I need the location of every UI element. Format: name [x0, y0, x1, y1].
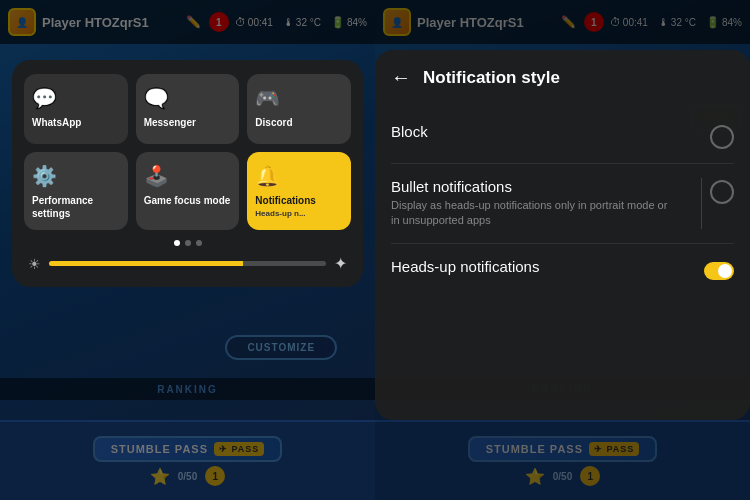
option-headsup-label: Heads-up notifications: [391, 258, 688, 275]
tile-performance[interactable]: ⚙️ Performance settings: [24, 152, 128, 230]
headsup-toggle[interactable]: [704, 262, 734, 280]
option-bullet-label: Bullet notifications: [391, 178, 677, 195]
tile-discord[interactable]: 🎮 Discord: [247, 74, 351, 144]
divider: [701, 178, 702, 229]
gamepad-icon: 🕹️: [144, 164, 169, 188]
option-block[interactable]: Block: [391, 109, 734, 164]
tile-notif-sublabel: Heads-up n...: [255, 209, 305, 218]
brightness-high-icon: ✦: [334, 254, 347, 273]
option-bullet[interactable]: Bullet notifications Display as heads-up…: [391, 164, 734, 244]
whatsapp-icon: 💬: [32, 86, 57, 110]
left-panel: 👤 Player HTOZqrS1 ✏️ 1 ⏱ 00:41 🌡 32 °C 🔋…: [0, 0, 375, 500]
discord-icon: 🎮: [255, 86, 280, 110]
quick-grid: 💬 WhatsApp 🗨️ Messenger 🎮 Discord ⚙️ Per…: [24, 74, 351, 230]
option-bullet-text: Bullet notifications Display as heads-up…: [391, 178, 693, 229]
notif-title: Notification style: [423, 68, 560, 88]
tile-notif-label: Notifications: [255, 194, 316, 207]
notif-header: ← Notification style: [391, 66, 734, 89]
gear-icon: ⚙️: [32, 164, 57, 188]
option-bullet-desc: Display as heads-up notifications only i…: [391, 198, 677, 229]
dot-3: [196, 240, 202, 246]
option-headsup-text: Heads-up notifications: [391, 258, 704, 278]
tile-notifications[interactable]: 🔔 Notifications Heads-up n...: [247, 152, 351, 230]
tile-discord-label: Discord: [255, 116, 292, 129]
option-bullet-radio[interactable]: [710, 180, 734, 204]
right-panel: 👤 Player HTOZqrS1 ✏️ 1 ⏱ 00:41 🌡 32 °C 🔋…: [375, 0, 750, 500]
brightness-track[interactable]: [49, 261, 326, 266]
tile-performance-label: Performance settings: [32, 194, 120, 220]
dot-2: [185, 240, 191, 246]
brightness-row: ☀ ✦: [24, 254, 351, 273]
tile-messenger[interactable]: 🗨️ Messenger: [136, 74, 240, 144]
quick-panel: 💬 WhatsApp 🗨️ Messenger 🎮 Discord ⚙️ Per…: [12, 60, 363, 287]
tile-whatsapp-label: WhatsApp: [32, 116, 81, 129]
option-block-label: Block: [391, 123, 694, 140]
notif-sheet: ← Notification style Block Bullet notifi…: [375, 50, 750, 420]
tile-messenger-label: Messenger: [144, 116, 196, 129]
option-block-radio[interactable]: [710, 125, 734, 149]
back-button[interactable]: ←: [391, 66, 411, 89]
tile-game-focus-label: Game focus mode: [144, 194, 231, 207]
brightness-low-icon: ☀: [28, 256, 41, 272]
dot-1: [174, 240, 180, 246]
option-block-text: Block: [391, 123, 710, 143]
messenger-icon: 🗨️: [144, 86, 169, 110]
dots-row: [24, 240, 351, 246]
option-headsup[interactable]: Heads-up notifications: [391, 244, 734, 294]
tile-game-focus[interactable]: 🕹️ Game focus mode: [136, 152, 240, 230]
tile-whatsapp[interactable]: 💬 WhatsApp: [24, 74, 128, 144]
bell-icon: 🔔: [255, 164, 280, 188]
